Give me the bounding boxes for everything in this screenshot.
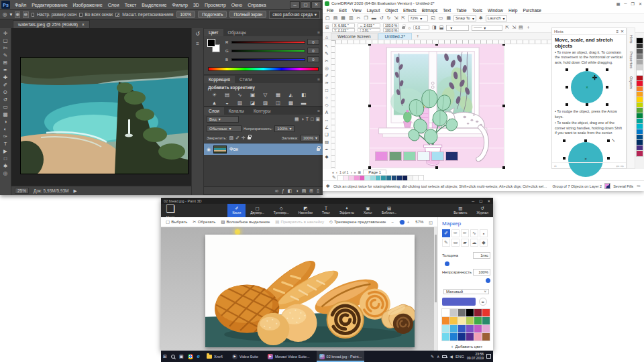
- close-icon[interactable]: ×: [82, 22, 85, 27]
- freehand-icon[interactable]: ✐: [325, 72, 328, 79]
- selection-handle[interactable]: [368, 44, 371, 46]
- mirror-horizontal-icon[interactable]: ◨: [432, 25, 437, 30]
- polygon-icon[interactable]: ◇: [325, 101, 329, 109]
- cut-icon[interactable]: ✂: [357, 15, 361, 21]
- green-slider[interactable]: [231, 50, 305, 52]
- minimize-icon[interactable]: ─: [472, 199, 474, 203]
- color-swatch[interactable]: [450, 333, 458, 341]
- current-color-swatch[interactable]: [442, 298, 476, 306]
- stamp-tool-icon[interactable]: ⊙: [3, 88, 7, 96]
- color-swatch[interactable]: [354, 176, 359, 180]
- bread-image[interactable]: [205, 235, 415, 347]
- menu-item[interactable]: Purchase: [523, 8, 541, 13]
- outline-width-select[interactable]: ▾: [446, 25, 469, 31]
- last-page-icon[interactable]: »: [354, 170, 356, 174]
- color-swatch[interactable]: [365, 176, 370, 180]
- color-swatch[interactable]: [343, 176, 348, 180]
- docker-tab-objects[interactable]: Objects: [629, 76, 633, 89]
- tab-stickers[interactable]: ◩Наклейки: [294, 204, 317, 217]
- cd-eyedrop-icon[interactable]: ✒: [325, 145, 328, 153]
- tab-paths[interactable]: Контуры: [249, 107, 276, 115]
- color-swatch[interactable]: [637, 145, 643, 151]
- layer-name[interactable]: Фон: [229, 147, 314, 152]
- window-cat-artwork[interactable]: [370, 44, 504, 168]
- smart-fill-icon[interactable]: ◆: [325, 153, 329, 160]
- tab-canvas[interactable]: ▣Холст: [359, 204, 377, 217]
- opacity-value[interactable]: 100%▾: [274, 125, 294, 132]
- selection-handle[interactable]: [368, 166, 371, 169]
- menu-item[interactable]: Просмотр: [205, 3, 226, 7]
- close-icon[interactable]: ✕: [639, 1, 642, 6]
- layer-fx-icon[interactable]: ƒ: [282, 188, 284, 193]
- menu-button[interactable]: ❏ Меню: [161, 204, 180, 217]
- color-swatch[interactable]: [637, 70, 643, 76]
- green-value[interactable]: 0: [307, 48, 319, 54]
- search-icon[interactable]: [171, 355, 175, 359]
- pixel-pen-icon[interactable]: ▪: [480, 229, 488, 237]
- color-swatch[interactable]: [432, 152, 443, 160]
- tab-untitled-2[interactable]: Untitled-2*: [378, 33, 412, 40]
- levels-icon[interactable]: ▤: [222, 92, 232, 99]
- select-button[interactable]: ▢Выбрать: [166, 219, 187, 225]
- ellipse-icon[interactable]: ○: [325, 94, 328, 101]
- selection-handle[interactable]: [502, 105, 505, 107]
- close-icon[interactable]: ✕: [487, 199, 490, 203]
- movavi-taskbar-item[interactable]: ▶Movavi Video Suite...: [265, 351, 313, 362]
- canvas-scrollbar[interactable]: [434, 227, 437, 351]
- grid-icon[interactable]: ▦: [616, 1, 621, 6]
- tab-color[interactable]: Цвет: [204, 29, 223, 36]
- dimension-icon[interactable]: ↔: [325, 116, 329, 123]
- selective-color-icon[interactable]: ▩: [286, 100, 296, 107]
- zoom-level-select[interactable]: 72%▾: [408, 15, 428, 21]
- export-doc-icon[interactable]: ⇱: [401, 15, 405, 21]
- color-swatch[interactable]: [390, 152, 401, 160]
- mirror-vertical-icon[interactable]: ⬓: [439, 25, 444, 30]
- layer-group-icon[interactable]: ▤: [302, 188, 307, 194]
- add-page-icon[interactable]: ⊞: [358, 170, 362, 174]
- quick-select-tool-icon[interactable]: ✎: [3, 52, 7, 59]
- crayon-icon[interactable]: ▰: [461, 239, 469, 247]
- close-icon[interactable]: ✕: [621, 29, 624, 34]
- path-select-tool-icon[interactable]: ▶: [3, 147, 7, 155]
- tab-channels[interactable]: Каналы: [224, 107, 249, 115]
- color-swatch[interactable]: [474, 333, 482, 341]
- color-swatch[interactable]: [466, 333, 474, 341]
- copy-icon[interactable]: ❐: [364, 15, 368, 21]
- crop-button[interactable]: ✂Обрезать: [193, 219, 215, 225]
- windows-ink-icon[interactable]: ✎: [431, 354, 434, 359]
- magic-select-button[interactable]: ▨Волшебное выделение: [221, 219, 270, 225]
- color-swatch[interactable]: [637, 65, 643, 70]
- cd-text-icon[interactable]: A: [325, 109, 328, 116]
- zoom-100-button[interactable]: 100%: [176, 11, 196, 18]
- blur-tool-icon[interactable]: ◑: [4, 118, 7, 125]
- gradient-tool-icon[interactable]: ▩: [3, 111, 7, 118]
- eyedropper-icon[interactable]: ✒: [479, 298, 487, 306]
- channel-mixer-icon[interactable]: ◒: [222, 100, 232, 107]
- threshold-icon[interactable]: ◫: [273, 100, 283, 107]
- menu-item[interactable]: Edit: [339, 8, 346, 13]
- blue-slider[interactable]: [231, 58, 305, 61]
- color-spectrum-bar[interactable]: [208, 67, 319, 71]
- 3d-view-button[interactable]: ◇Трехмерное представление: [329, 219, 386, 225]
- panel-menu-icon[interactable]: ≡: [313, 29, 323, 36]
- open-doc-icon[interactable]: ▤: [333, 15, 338, 21]
- eyedropper-tool-icon[interactable]: ✒: [3, 66, 7, 74]
- history-button[interactable]: ↺Журнал: [472, 204, 493, 217]
- color-swatch[interactable]: [408, 176, 413, 180]
- rotation-angle-field[interactable]: 0.0: [413, 25, 429, 29]
- fg-bg-colors[interactable]: [207, 39, 222, 55]
- pencil-icon[interactable]: ✎: [442, 239, 450, 247]
- menu-item[interactable]: View: [352, 8, 362, 13]
- zoom-percent[interactable]: 57%: [415, 220, 423, 224]
- color-swatch[interactable]: [442, 325, 449, 333]
- zoom-tool-icon[interactable]: ◎: [3, 11, 7, 17]
- next-page-icon[interactable]: ›: [351, 170, 352, 174]
- edge-icon[interactable]: e: [197, 353, 200, 359]
- watercolor-brush-icon[interactable]: ∿: [470, 229, 478, 237]
- color-swatch[interactable]: [397, 176, 402, 180]
- zoom-tool-icon[interactable]: ◎: [3, 170, 8, 177]
- eraser-brush-icon[interactable]: ▭: [451, 239, 460, 247]
- move-tool-icon[interactable]: ✛: [3, 29, 7, 37]
- status-arrow-icon[interactable]: ▶: [74, 188, 77, 194]
- color-swatch[interactable]: [413, 176, 418, 180]
